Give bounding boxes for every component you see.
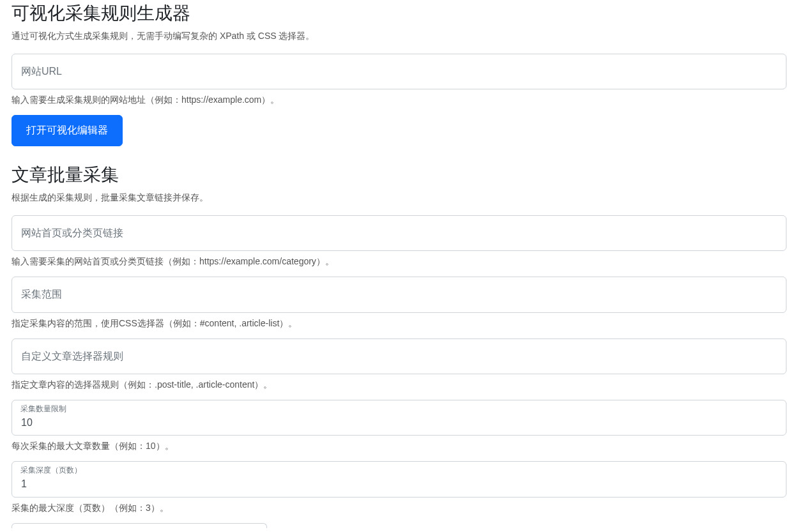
open-visual-editor-button[interactable]: 打开可视化编辑器 [12, 115, 123, 146]
scope-input[interactable] [12, 277, 786, 312]
selector-rule-helper: 指定文章内容的选择器规则（例如：.post-title, .article-co… [12, 379, 786, 391]
scope-helper: 指定采集内容的范围，使用CSS选择器（例如：#content, .article… [12, 318, 786, 330]
depth-input[interactable] [12, 461, 786, 497]
website-url-input[interactable] [12, 54, 786, 89]
website-url-helper: 输入需要生成采集规则的网站地址（例如：https://example.com）。 [12, 95, 786, 106]
homepage-url-input[interactable] [12, 215, 786, 251]
section1-desc: 通过可视化方式生成采集规则，无需手动编写复杂的 XPath 或 CSS 选择器。 [12, 31, 786, 42]
partial-next-field [12, 523, 267, 528]
homepage-url-helper: 输入需要采集的网站首页或分类页链接（例如：https://example.com… [12, 256, 786, 268]
limit-helper: 每次采集的最大文章数量（例如：10）。 [12, 441, 786, 452]
section2-desc: 根据生成的采集规则，批量采集文章链接并保存。 [12, 192, 786, 204]
section2-title: 文章批量采集 [12, 163, 786, 187]
section1-title: 可视化采集规则生成器 [12, 1, 786, 26]
selector-rule-input[interactable] [12, 338, 786, 374]
limit-input[interactable] [12, 400, 786, 436]
depth-helper: 采集的最大深度（页数）（例如：3）。 [12, 503, 786, 514]
